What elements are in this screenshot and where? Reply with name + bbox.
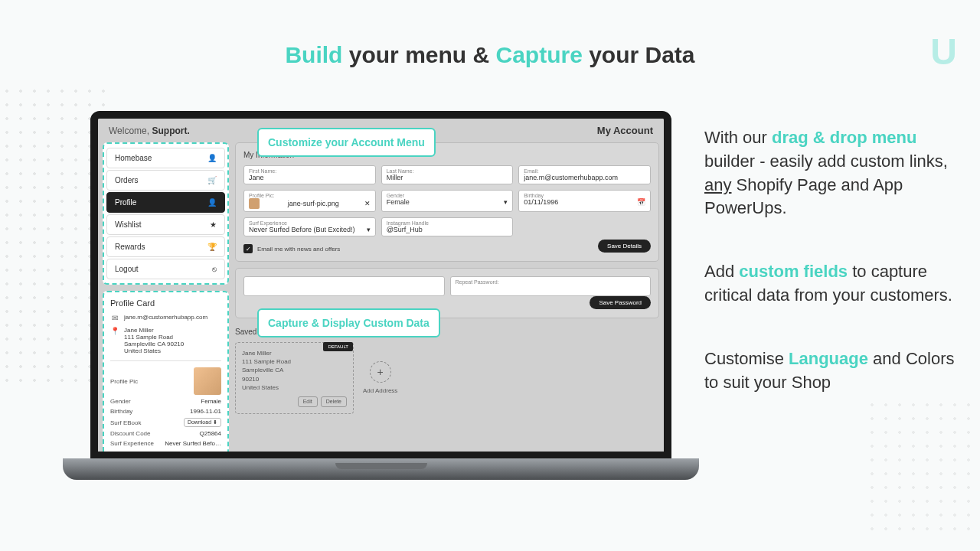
instagram-field[interactable]: Instagram Handle@Surf_Hub [381, 217, 514, 236]
save-details-button[interactable]: Save Details [598, 240, 651, 253]
chevron-down-icon: ▾ [367, 226, 371, 233]
menu-icon: 👤 [207, 154, 217, 162]
account-menu: Homebase👤Orders🛒Profile👤Wishlist★Rewards… [103, 142, 229, 285]
profile-card: Profile Card ✉jane.m@customerhubapp.com … [103, 291, 229, 459]
my-information-section: My Information First Name:Jane Last Name… [235, 142, 659, 262]
sidebar-item-logout[interactable]: Logout⎋ [106, 259, 225, 279]
email-field[interactable]: Email:jane.m@customerhubapp.com [518, 165, 651, 184]
profile-field: Profile Pic [110, 367, 221, 395]
first-name-field[interactable]: First Name:Jane [243, 165, 376, 184]
profile-field: Discount CodeQ25864 [110, 430, 221, 437]
page-title: My Account [597, 125, 653, 136]
callout-customize-menu: Customize your Account Menu [257, 128, 436, 157]
download-button[interactable]: Download ⬇ [184, 418, 221, 427]
menu-icon: ⎋ [212, 265, 217, 273]
password-field[interactable] [243, 276, 445, 296]
profile-field: Instagram Handle@Surf_Hub [110, 450, 221, 457]
edit-address-button[interactable]: Edit [298, 396, 318, 407]
menu-icon: 🏆 [207, 243, 217, 251]
callout-custom-data: Capture & Display Custom Data [257, 308, 440, 337]
profile-field: Birthday1996-11-01 [110, 408, 221, 415]
mail-icon: ✉ [110, 314, 119, 322]
repeat-password-field[interactable]: Repeat Password: [450, 276, 652, 296]
menu-icon: 🛒 [207, 176, 217, 184]
brand-logo: U [930, 31, 957, 73]
sidebar-item-wishlist[interactable]: Wishlist★ [106, 214, 225, 235]
delete-address-button[interactable]: Delete [321, 396, 347, 407]
menu-icon: 👤 [207, 198, 217, 207]
sidebar-item-profile[interactable]: Profile👤 [106, 192, 225, 213]
profile-thumbnail [194, 367, 221, 395]
gender-field[interactable]: GenderFemale▾ [381, 190, 514, 212]
saved-addresses-section: Saved Addresses DEFAULT Jane Miller 111 … [235, 324, 659, 417]
marketing-copy: With our drag & drop menu builder - easi… [704, 126, 957, 434]
page-headline: Build your menu & Capture your Data [285, 42, 694, 68]
birthday-field[interactable]: Birthday01/11/1996📅 [518, 190, 651, 212]
map-pin-icon: 📍 [110, 327, 119, 335]
profile-field: Surf ExperienceNever Surfed Befo… [110, 440, 221, 447]
save-password-button[interactable]: Save Password [590, 296, 651, 309]
surf-experience-field[interactable]: Surf ExperienceNever Surfed Before (But … [243, 217, 376, 236]
menu-icon: ★ [210, 220, 217, 229]
calendar-icon: 📅 [637, 198, 645, 206]
sidebar-item-orders[interactable]: Orders🛒 [106, 170, 225, 191]
profile-pic-field[interactable]: Profile Pic:jane-surf-pic.png✕ [243, 190, 376, 212]
profile-card-title: Profile Card [110, 298, 221, 308]
sidebar-item-homebase[interactable]: Homebase👤 [106, 148, 225, 168]
add-address-button[interactable]: + Add Address [363, 342, 397, 414]
welcome-text: Welcome, Support. [109, 126, 190, 136]
clear-icon[interactable]: ✕ [364, 200, 371, 207]
plus-icon: + [370, 361, 391, 383]
default-badge: DEFAULT [323, 342, 353, 351]
sidebar-item-rewards[interactable]: Rewards🏆 [106, 236, 225, 257]
chevron-down-icon: ▾ [504, 198, 508, 206]
profile-field: Surf EBookDownload ⬇ [110, 418, 221, 427]
last-name-field[interactable]: Last Name:Miller [381, 165, 514, 184]
profile-field: GenderFemale [110, 398, 221, 405]
newsletter-checkbox[interactable]: ✓ [243, 244, 253, 253]
address-card: DEFAULT Jane Miller 111 Sample Road Samp… [235, 342, 354, 414]
